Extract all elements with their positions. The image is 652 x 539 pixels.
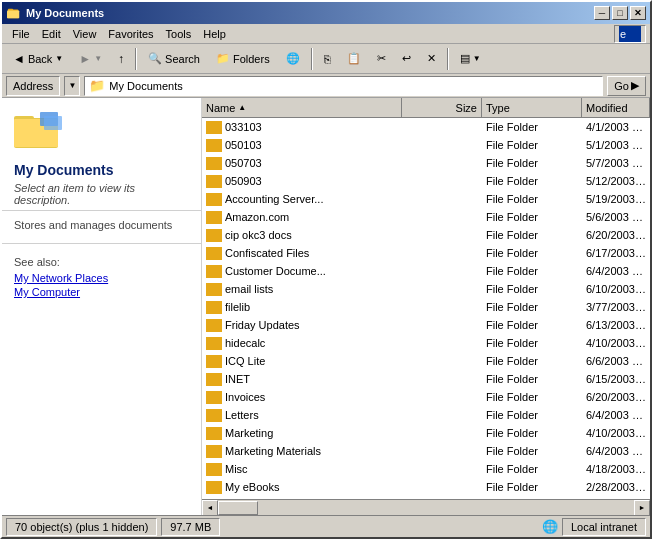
search-label: Search [165,53,200,65]
table-row[interactable]: email listsFile Folder6/10/2003 11:11 [202,280,650,298]
table-row[interactable]: ICQ LiteFile Folder6/6/2003 11:37 A [202,352,650,370]
cell-name: filelib [202,301,402,314]
menu-view[interactable]: View [67,26,103,42]
folder-icon [206,445,222,458]
cell-modified: 5/1/2003 12:36 P [582,139,650,151]
menu-file[interactable]: File [6,26,36,42]
my-computer-link[interactable]: My Computer [14,286,189,298]
delete-button[interactable]: ✕ [420,47,443,71]
hscroll-thumb[interactable] [218,501,258,515]
address-dropdown[interactable]: ▼ [64,76,80,96]
table-row[interactable]: 050103File Folder5/1/2003 12:36 P [202,136,650,154]
network-places-link[interactable]: My Network Places [14,272,189,284]
status-bar: 70 object(s) (plus 1 hidden) 97.7 MB 🌐 L… [2,515,650,537]
forward-button[interactable]: ► ▼ [72,47,109,71]
cell-name: Misc [202,463,402,476]
cell-name: 033103 [202,121,402,134]
views-button[interactable]: ▤ ▼ [453,47,488,71]
table-row[interactable]: My eBooksFile Folder2/28/2003 9:00 A [202,478,650,496]
table-row[interactable]: Customer Docume...File Folder6/4/2003 10… [202,262,650,280]
toolbar-separator-1 [135,48,137,70]
folder-icon [206,499,222,500]
panel-description: Select an item to view its description. [2,182,201,206]
cell-modified: 5/6/2003 8:06 A [582,211,650,223]
folder-icon [206,409,222,422]
table-row[interactable]: InvoicesFile Folder6/20/2003 8:17 A [202,388,650,406]
folder-icon [206,229,222,242]
folder-icon [206,481,222,494]
table-row[interactable]: Confiscated FilesFile Folder6/17/2003 3:… [202,244,650,262]
up-button[interactable]: ↑ [111,47,131,71]
column-name-header[interactable]: Name ▲ [202,98,402,117]
address-input[interactable]: 📁 My Documents [84,76,603,96]
paste-icon: 📋 [347,52,361,65]
go-arrow-icon: ▶ [631,79,639,92]
table-row[interactable]: INETFile Folder6/15/2003 10:06 [202,370,650,388]
cell-type: File Folder [482,337,582,349]
name-sort-arrow: ▲ [238,103,246,112]
hscroll-right-button[interactable]: ► [634,500,650,516]
menu-logo: e [614,25,646,43]
table-row[interactable]: hidecalcFile Folder4/10/2003 8:49 P [202,334,650,352]
table-row[interactable]: cip okc3 docsFile Folder6/20/2003 10:21 [202,226,650,244]
back-button[interactable]: ◄ Back ▼ [6,47,70,71]
status-zone: Local intranet [562,518,646,536]
table-row[interactable]: 033103File Folder4/1/2003 5:25 A [202,118,650,136]
copy-icon: ⎘ [324,53,331,65]
folder-icon [206,337,222,350]
paste-button[interactable]: 📋 [340,47,368,71]
cell-type: File Folder [482,211,582,223]
folders-button[interactable]: 📁 Folders [209,47,277,71]
table-row[interactable]: Marketing MaterialsFile Folder6/4/2003 2… [202,442,650,460]
cut-button[interactable]: ✂ [370,47,393,71]
network-icon-btn[interactable]: 🌐 [279,47,307,71]
search-button[interactable]: 🔍 Search [141,47,207,71]
column-type-header[interactable]: Type [482,98,582,117]
toolbar-separator-2 [311,48,313,70]
maximize-button[interactable]: □ [612,6,628,20]
horizontal-scrollbar[interactable]: ◄ ► [202,499,650,515]
table-row[interactable]: LettersFile Folder6/4/2003 12:23 P [202,406,650,424]
table-row[interactable]: 050903File Folder5/12/2003 6:22 A [202,172,650,190]
table-row[interactable]: Friday UpdatesFile Folder6/13/2003 2:55 … [202,316,650,334]
panel-stores: Stores and manages documents [2,215,201,239]
hscroll-left-button[interactable]: ◄ [202,500,218,516]
hscroll-track[interactable] [218,500,634,516]
menu-favorites[interactable]: Favorites [102,26,159,42]
svg-rect-9 [44,116,62,130]
folder-icon [206,391,222,404]
panel-divider-1 [2,210,201,211]
cell-type: File Folder [482,265,582,277]
table-row[interactable]: Accounting Server...File Folder5/19/2003… [202,190,650,208]
copy-button[interactable]: ⎘ [317,47,338,71]
undo-button[interactable]: ↩ [395,47,418,71]
go-button[interactable]: Go ▶ [607,76,646,96]
back-dropdown-icon: ▼ [55,54,63,63]
table-row[interactable]: Amazon.comFile Folder5/6/2003 8:06 A [202,208,650,226]
table-row[interactable]: MarketingFile Folder4/10/2003 1:19 P [202,424,650,442]
column-modified-header[interactable]: Modified [582,98,650,117]
menu-help[interactable]: Help [197,26,232,42]
folder-icon [206,175,222,188]
cell-name: Friday Updates [202,319,402,332]
table-row[interactable]: 050703File Folder5/7/2003 8:02 A [202,154,650,172]
toolbar: ◄ Back ▼ ► ▼ ↑ 🔍 Search 📁 Folders 🌐 ⎘ 📋 [2,44,650,74]
table-row[interactable]: filelibFile Folder3/77/2003 11:11 A [202,298,650,316]
folder-icon [206,355,222,368]
file-rows: 033103File Folder4/1/2003 5:25 A050103Fi… [202,118,650,499]
column-size-header[interactable]: Size [402,98,482,117]
table-row[interactable]: MiscFile Folder4/18/2003 7:00 P [202,460,650,478]
menu-edit[interactable]: Edit [36,26,67,42]
folder-large-icon [14,110,62,150]
network-icon: 🌐 [286,52,300,65]
delete-icon: ✕ [427,52,436,65]
menu-tools[interactable]: Tools [160,26,198,42]
folders-icon: 📁 [216,52,230,65]
title-bar: My Documents ─ □ ✕ [2,2,650,24]
cell-modified: 6/17/2003 3:44 P [582,247,650,259]
back-label: Back [28,53,52,65]
folder-icon [206,139,222,152]
close-button[interactable]: ✕ [630,6,646,20]
minimize-button[interactable]: ─ [594,6,610,20]
window-title: My Documents [26,7,594,19]
